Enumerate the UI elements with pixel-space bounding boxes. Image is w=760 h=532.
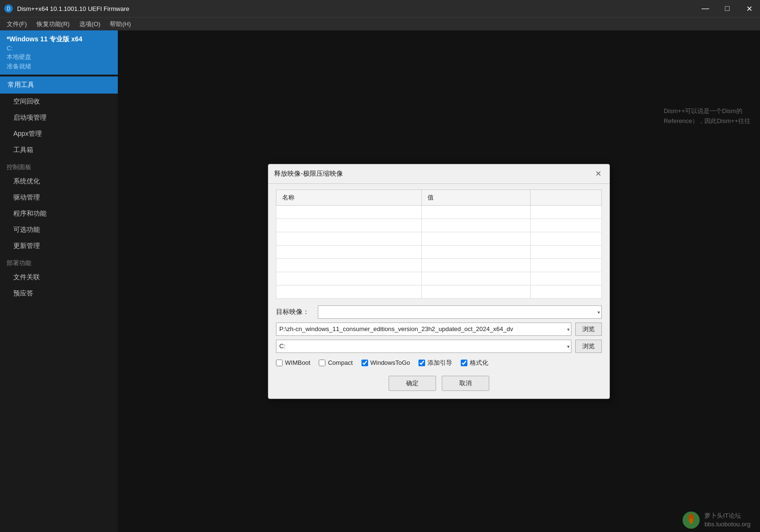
main-layout: *Windows 11 专业版 x64 C: 本地硬盘 准备就绪 常用工具 空间… <box>0 30 760 532</box>
dest-path-input-container: C: ▾ <box>276 340 571 353</box>
cancel-button[interactable]: 取消 <box>442 376 489 391</box>
dest-path-row: C: ▾ 浏览 <box>276 340 602 353</box>
windowstogo-label: WindowsToGo <box>370 359 410 366</box>
table-col-value: 值 <box>422 190 530 205</box>
sidebar-status: 准备就绪 <box>7 62 111 71</box>
checkbox-format[interactable]: 格式化 <box>461 359 488 367</box>
sidebar-item-sys-optimize[interactable]: 系统优化 <box>0 173 118 190</box>
table-row <box>276 272 602 285</box>
dest-browse-button[interactable]: 浏览 <box>575 340 602 353</box>
compact-label: Compact <box>328 359 352 366</box>
sidebar-item-driver-mgmt[interactable]: 驱动管理 <box>0 190 118 206</box>
svg-text:D: D <box>7 6 10 11</box>
dialog-table: 名称 值 <box>276 190 602 299</box>
addboot-checkbox[interactable] <box>418 360 425 366</box>
menu-bar: 文件(F) 恢复功能(R) 选项(O) 帮助(H) <box>0 17 760 30</box>
addboot-label: 添加引导 <box>428 359 452 367</box>
table-row <box>276 232 602 245</box>
sidebar-disk: 本地硬盘 <box>7 53 111 61</box>
dialog-apply-image: 释放映像-极限压缩映像 ✕ 名称 值 <box>268 164 610 399</box>
sidebar-item-programs[interactable]: 程序和功能 <box>0 206 118 222</box>
format-label: 格式化 <box>470 359 488 367</box>
sidebar-category-control-panel: 控制面板 <box>0 158 118 173</box>
format-checkbox[interactable] <box>461 360 467 366</box>
maximize-button[interactable]: □ <box>716 0 738 17</box>
sidebar-item-optional-features[interactable]: 可选功能 <box>0 222 118 238</box>
sidebar-item-update-mgmt[interactable]: 更新管理 <box>0 238 118 254</box>
close-button[interactable]: ✕ <box>738 0 760 17</box>
title-bar: D Dism++x64 10.1.1001.10 UEFI Firmware —… <box>0 0 760 17</box>
wimboot-checkbox[interactable] <box>276 360 283 366</box>
dialog-title: 释放映像-极限压缩映像 <box>274 170 343 178</box>
sidebar-os-title: *Windows 11 专业版 x64 <box>7 35 111 44</box>
table-row <box>276 205 602 218</box>
table-row <box>276 218 602 232</box>
table-row <box>276 258 602 272</box>
dialog-close-button[interactable]: ✕ <box>592 168 604 180</box>
dialog-titlebar: 释放映像-极限压缩映像 ✕ <box>268 164 609 184</box>
menu-help[interactable]: 帮助(H) <box>105 18 135 30</box>
table-row <box>276 245 602 258</box>
content-area: Dism++可以说是一个Dism的 Reference），因此Dism++往往 … <box>118 30 760 532</box>
menu-file[interactable]: 文件(F) <box>2 18 32 30</box>
ok-button[interactable]: 确定 <box>389 376 436 391</box>
windowstogo-checkbox[interactable] <box>361 360 368 366</box>
source-browse-button[interactable]: 浏览 <box>575 323 602 336</box>
sidebar-item-common-tools[interactable]: 常用工具 <box>0 76 118 94</box>
dest-path-select[interactable]: C: <box>276 340 571 353</box>
table-col-extra <box>530 190 601 205</box>
target-image-input-container: ▾ <box>318 305 602 319</box>
minimize-button[interactable]: — <box>694 0 716 17</box>
dialog-body: 名称 值 <box>268 184 609 399</box>
compact-checkbox[interactable] <box>319 360 325 366</box>
checkbox-compact[interactable]: Compact <box>319 359 352 366</box>
sidebar-nav: 常用工具 空间回收 启动项管理 Appx管理 工具箱 控制面板 系统优化 驱动管… <box>0 75 118 532</box>
sidebar: *Windows 11 专业版 x64 C: 本地硬盘 准备就绪 常用工具 空间… <box>0 30 118 532</box>
dialog-footer: 确定 取消 <box>276 376 602 393</box>
table-row <box>276 285 602 298</box>
dialog-overlay: 释放映像-极限压缩映像 ✕ 名称 值 <box>118 30 760 532</box>
checkbox-windowstogo[interactable]: WindowsToGo <box>361 359 410 366</box>
window-controls: — □ ✕ <box>694 0 760 17</box>
source-path-select[interactable]: P:\zh-cn_windows_11_consumer_editions_ve… <box>276 323 571 336</box>
menu-restore[interactable]: 恢复功能(R) <box>32 18 75 30</box>
sidebar-header: *Windows 11 专业版 x64 C: 本地硬盘 准备就绪 <box>0 30 118 75</box>
checkbox-wimboot[interactable]: WIMBoot <box>276 359 310 366</box>
checkbox-row: WIMBoot Compact WindowsToGo 添加引导 <box>276 357 602 369</box>
sidebar-item-unattend[interactable]: 预应答 <box>0 285 118 302</box>
sidebar-drive: C: <box>7 45 111 52</box>
window-title: Dism++x64 10.1.1001.10 UEFI Firmware <box>17 5 129 12</box>
menu-options[interactable]: 选项(O) <box>75 18 105 30</box>
checkbox-addboot[interactable]: 添加引导 <box>418 359 452 367</box>
app-icon: D <box>4 4 13 13</box>
target-image-row: 目标映像： ▾ <box>276 305 602 319</box>
sidebar-item-boot-manager[interactable]: 启动项管理 <box>0 110 118 126</box>
source-path-input-container: P:\zh-cn_windows_11_consumer_editions_ve… <box>276 323 571 336</box>
sidebar-item-appx[interactable]: Appx管理 <box>0 126 118 142</box>
target-image-select[interactable] <box>318 305 602 319</box>
sidebar-item-toolbox[interactable]: 工具箱 <box>0 142 118 158</box>
sidebar-item-file-assoc[interactable]: 文件关联 <box>0 269 118 285</box>
table-col-name: 名称 <box>276 190 422 205</box>
wimboot-label: WIMBoot <box>285 359 310 366</box>
source-path-row: P:\zh-cn_windows_11_consumer_editions_ve… <box>276 323 602 336</box>
sidebar-item-space-reclaim[interactable]: 空间回收 <box>0 94 118 110</box>
target-image-label: 目标映像： <box>276 308 314 316</box>
sidebar-category-deploy: 部署功能 <box>0 254 118 269</box>
